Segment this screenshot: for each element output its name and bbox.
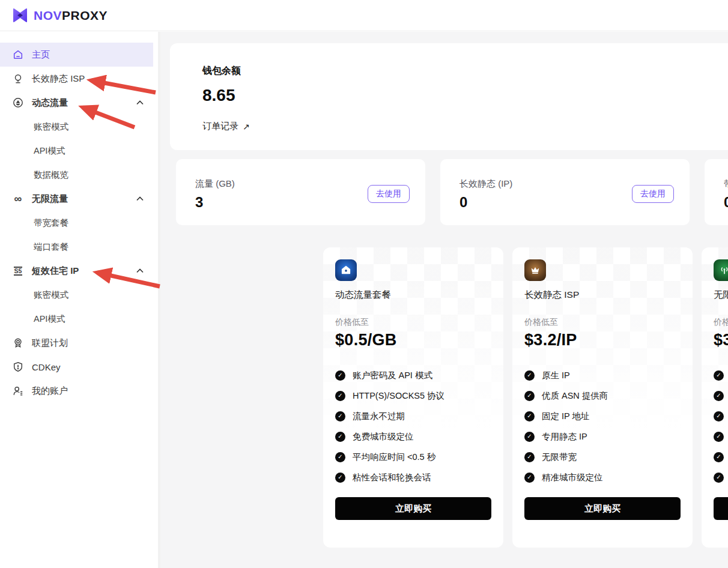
sidebar-item-label: 短效住宅 IP bbox=[32, 265, 79, 277]
user-list-icon bbox=[12, 385, 24, 397]
wallet-balance: 8.65 bbox=[202, 86, 728, 105]
stat-card-traffic: 流量 (GB) 3 去使用 bbox=[176, 159, 425, 225]
check-icon: ✓ bbox=[335, 411, 345, 421]
feature-item: ✓无限带宽 bbox=[524, 447, 681, 467]
plan-title: 长效静态 ISP bbox=[524, 289, 681, 301]
check-icon: ✓ bbox=[335, 391, 345, 401]
feature-item: ✓免费城市级定位 bbox=[335, 426, 491, 447]
sidebar-item-static-isp[interactable]: 长效静态 ISP bbox=[0, 67, 158, 91]
chevron-up-icon[interactable] bbox=[136, 100, 144, 105]
buy-now-button[interactable]: 立即购买 bbox=[335, 497, 491, 520]
chevron-up-icon[interactable] bbox=[136, 268, 144, 273]
novproxy-logo-icon bbox=[12, 8, 28, 23]
feature-item: ✓原生 IP bbox=[524, 365, 681, 385]
check-icon: ✓ bbox=[524, 432, 535, 442]
sidebar-subitem-bandwidth-plan[interactable]: 带宽套餐 bbox=[0, 211, 158, 235]
sidebar-item-my-account[interactable]: 我的账户 bbox=[0, 379, 158, 403]
check-icon: ✓ bbox=[714, 370, 724, 381]
sidebar-item-label: 长效静态 ISP bbox=[32, 73, 85, 85]
sidebar-subitem-short-account-mode[interactable]: 账密模式 bbox=[0, 283, 158, 307]
feature-list: ✓原生 IP ✓优质 ASN 提供商 ✓固定 IP 地址 ✓专用静态 IP ✓无… bbox=[524, 365, 681, 488]
check-icon: ✓ bbox=[335, 473, 345, 483]
sidebar-item-label: 我的账户 bbox=[32, 385, 68, 397]
sidebar-item-label: 无限流量 bbox=[32, 193, 68, 205]
plan-price: $3 bbox=[714, 331, 728, 349]
plan-card-static-isp: 长效静态 ISP 价格低至 $3.2/IP ✓原生 IP ✓优质 ASN 提供商… bbox=[512, 247, 693, 548]
socks5-icon: S5 bbox=[12, 265, 24, 277]
medal-icon bbox=[12, 337, 24, 349]
sidebar-subitem-dynamic-api-mode[interactable]: API模式 bbox=[0, 139, 158, 163]
infinity-icon: ∞ bbox=[12, 193, 24, 205]
plan-title: 动态流量套餐 bbox=[335, 289, 491, 301]
sidebar-item-label: CDKey bbox=[32, 362, 61, 372]
feature-list: ✓ ✓ ✓ ✓ ✓ ✓ bbox=[714, 365, 728, 488]
sidebar-item-short-residential-ip[interactable]: S5 短效住宅 IP bbox=[0, 259, 158, 283]
sidebar-item-affiliate[interactable]: 联盟计划 bbox=[0, 331, 158, 355]
price-label: 价格低至 bbox=[335, 317, 491, 328]
stat-label: 带宽 bbox=[724, 178, 728, 190]
check-icon: ✓ bbox=[524, 411, 535, 421]
sidebar-item-home[interactable]: 主页 bbox=[0, 43, 153, 67]
check-icon: ✓ bbox=[335, 452, 345, 462]
feature-item: ✓流量永不过期 bbox=[335, 406, 491, 426]
sidebar-nav: 主页 长效静态 ISP 动态流量 账密模式 API模式 数据概览 ∞ 无限流量 bbox=[0, 32, 158, 568]
plan-title: 无限流量 bbox=[714, 289, 728, 301]
brand-logo[interactable]: NOVPROXY bbox=[12, 8, 108, 23]
feature-item: ✓平均响应时间 <0.5 秒 bbox=[335, 447, 491, 467]
go-use-button[interactable]: 去使用 bbox=[368, 185, 410, 203]
sidebar-subitem-port-plan[interactable]: 端口套餐 bbox=[0, 235, 158, 259]
feature-item: ✓ bbox=[714, 406, 728, 426]
check-icon: ✓ bbox=[714, 473, 724, 483]
check-icon: ✓ bbox=[714, 432, 724, 442]
wallet-card: 钱包余额 8.65 订单记录 ↗ bbox=[170, 43, 728, 150]
feature-item: ✓HTTP(S)/SOCKS5 协议 bbox=[335, 385, 491, 406]
feature-item: ✓ bbox=[714, 467, 728, 488]
check-icon: ✓ bbox=[335, 370, 345, 381]
check-icon: ✓ bbox=[524, 473, 535, 483]
feature-item: ✓ bbox=[714, 365, 728, 385]
price-label: 价格低至 bbox=[714, 317, 728, 328]
sidebar-item-label: 动态流量 bbox=[32, 97, 68, 109]
go-use-button[interactable]: 去使用 bbox=[632, 185, 674, 203]
feature-item: ✓ bbox=[714, 447, 728, 467]
home-icon bbox=[12, 49, 24, 61]
brand-name: NOVPROXY bbox=[34, 8, 108, 23]
feature-item: ✓ bbox=[714, 426, 728, 447]
sidebar-subitem-short-api-mode[interactable]: API模式 bbox=[0, 307, 158, 331]
check-icon: ✓ bbox=[714, 411, 724, 421]
feature-item: ✓ bbox=[714, 385, 728, 406]
sidebar-item-cdkey[interactable]: CDKey bbox=[0, 355, 158, 379]
price-label: 价格低至 bbox=[524, 317, 681, 328]
wallet-title: 钱包余额 bbox=[202, 65, 728, 77]
stat-value: 0 bbox=[724, 194, 728, 211]
plan-price: $3.2/IP bbox=[524, 331, 681, 349]
home-badge-icon bbox=[335, 259, 357, 281]
feature-item: ✓专用静态 IP bbox=[524, 426, 681, 447]
sidebar-subitem-dynamic-account-mode[interactable]: 账密模式 bbox=[0, 115, 158, 139]
feature-item: ✓粘性会话和轮换会话 bbox=[335, 467, 491, 488]
feature-item: ✓精准城市级定位 bbox=[524, 467, 681, 488]
plan-price: $0.5/GB bbox=[335, 331, 491, 349]
check-icon: ✓ bbox=[524, 391, 535, 401]
buy-now-button[interactable]: 立即购买 bbox=[524, 497, 681, 520]
location-pin-icon bbox=[12, 73, 24, 85]
chevron-up-icon[interactable] bbox=[136, 196, 144, 201]
check-icon: ✓ bbox=[524, 452, 535, 462]
buy-now-button[interactable]: 立即购买 bbox=[714, 497, 728, 520]
sidebar-item-dynamic-traffic[interactable]: 动态流量 bbox=[0, 91, 158, 115]
droplet-icon bbox=[12, 97, 24, 109]
plan-card-dynamic-traffic: 动态流量套餐 价格低至 $0.5/GB ✓账户密码及 API 模式 ✓HTTP(… bbox=[323, 247, 503, 548]
sidebar-item-unlimited-traffic[interactable]: ∞ 无限流量 bbox=[0, 187, 158, 211]
crown-badge-icon bbox=[524, 259, 546, 281]
check-icon: ✓ bbox=[714, 391, 724, 401]
sidebar-subitem-dynamic-data-overview[interactable]: 数据概览 bbox=[0, 163, 158, 187]
app-window: NOVPROXY 主页 长效静态 ISP 动态流量 账密模式 API bbox=[0, 0, 728, 568]
order-history-link[interactable]: 订单记录 ↗ bbox=[202, 121, 250, 132]
check-icon: ✓ bbox=[335, 432, 345, 442]
sidebar-item-label: 联盟计划 bbox=[32, 337, 68, 349]
check-icon: ✓ bbox=[714, 452, 724, 462]
check-icon: ✓ bbox=[524, 370, 535, 381]
external-link-icon: ↗ bbox=[243, 122, 250, 131]
feature-item: ✓账户密码及 API 模式 bbox=[335, 365, 491, 385]
shield-icon bbox=[12, 361, 24, 373]
